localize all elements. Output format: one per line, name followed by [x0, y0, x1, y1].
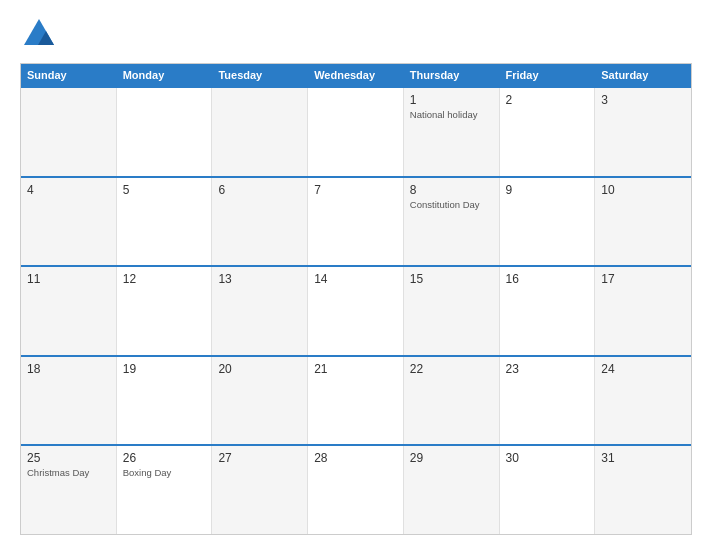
calendar-week-5: 25Christmas Day26Boxing Day2728293031	[21, 444, 691, 534]
day-number: 1	[410, 93, 493, 107]
calendar-cell: 31	[595, 446, 691, 534]
day-number: 11	[27, 272, 110, 286]
calendar-cell: 13	[212, 267, 308, 355]
day-number: 6	[218, 183, 301, 197]
calendar-cell: 25Christmas Day	[21, 446, 117, 534]
day-number: 14	[314, 272, 397, 286]
logo-icon	[20, 15, 58, 53]
day-event: Constitution Day	[410, 199, 493, 210]
calendar-cell: 28	[308, 446, 404, 534]
day-of-week-friday: Friday	[500, 64, 596, 86]
calendar-cell: 11	[21, 267, 117, 355]
calendar-week-4: 18192021222324	[21, 355, 691, 445]
day-number: 27	[218, 451, 301, 465]
day-number: 25	[27, 451, 110, 465]
calendar-cell: 27	[212, 446, 308, 534]
calendar-cell: 5	[117, 178, 213, 266]
day-number: 3	[601, 93, 685, 107]
day-number: 21	[314, 362, 397, 376]
calendar-cell: 1National holiday	[404, 88, 500, 176]
day-number: 9	[506, 183, 589, 197]
day-number: 10	[601, 183, 685, 197]
day-of-week-thursday: Thursday	[404, 64, 500, 86]
day-number: 22	[410, 362, 493, 376]
calendar-cell: 8Constitution Day	[404, 178, 500, 266]
day-number: 15	[410, 272, 493, 286]
calendar-cell	[117, 88, 213, 176]
calendar-week-1: 1National holiday23	[21, 86, 691, 176]
calendar-cell	[308, 88, 404, 176]
calendar-cell: 17	[595, 267, 691, 355]
day-of-week-wednesday: Wednesday	[308, 64, 404, 86]
calendar-cell: 21	[308, 357, 404, 445]
calendar-cell: 15	[404, 267, 500, 355]
calendar-cell: 30	[500, 446, 596, 534]
day-number: 7	[314, 183, 397, 197]
calendar-cell: 22	[404, 357, 500, 445]
calendar-cell	[21, 88, 117, 176]
calendar-cell: 24	[595, 357, 691, 445]
calendar-cell: 10	[595, 178, 691, 266]
day-number: 20	[218, 362, 301, 376]
calendar: SundayMondayTuesdayWednesdayThursdayFrid…	[20, 63, 692, 535]
calendar-cell: 18	[21, 357, 117, 445]
day-event: Christmas Day	[27, 467, 110, 478]
calendar-week-3: 11121314151617	[21, 265, 691, 355]
logo	[20, 15, 65, 53]
day-number: 17	[601, 272, 685, 286]
calendar-cell: 16	[500, 267, 596, 355]
day-of-week-monday: Monday	[117, 64, 213, 86]
calendar-cell: 26Boxing Day	[117, 446, 213, 534]
day-number: 12	[123, 272, 206, 286]
calendar-cell: 2	[500, 88, 596, 176]
day-of-week-sunday: Sunday	[21, 64, 117, 86]
day-number: 29	[410, 451, 493, 465]
day-of-week-tuesday: Tuesday	[212, 64, 308, 86]
day-number: 5	[123, 183, 206, 197]
calendar-body: 1National holiday2345678Constitution Day…	[21, 86, 691, 534]
day-number: 13	[218, 272, 301, 286]
day-event: Boxing Day	[123, 467, 206, 478]
calendar-header: SundayMondayTuesdayWednesdayThursdayFrid…	[21, 64, 691, 86]
day-number: 8	[410, 183, 493, 197]
calendar-cell: 29	[404, 446, 500, 534]
day-number: 16	[506, 272, 589, 286]
day-number: 4	[27, 183, 110, 197]
day-number: 31	[601, 451, 685, 465]
calendar-cell: 12	[117, 267, 213, 355]
calendar-cell: 20	[212, 357, 308, 445]
calendar-cell: 14	[308, 267, 404, 355]
day-number: 19	[123, 362, 206, 376]
day-number: 28	[314, 451, 397, 465]
day-number: 24	[601, 362, 685, 376]
calendar-cell: 7	[308, 178, 404, 266]
day-of-week-saturday: Saturday	[595, 64, 691, 86]
calendar-week-2: 45678Constitution Day910	[21, 176, 691, 266]
day-number: 2	[506, 93, 589, 107]
day-event: National holiday	[410, 109, 493, 120]
day-number: 30	[506, 451, 589, 465]
day-number: 23	[506, 362, 589, 376]
calendar-cell: 4	[21, 178, 117, 266]
calendar-cell: 23	[500, 357, 596, 445]
calendar-cell: 6	[212, 178, 308, 266]
day-number: 18	[27, 362, 110, 376]
calendar-cell: 3	[595, 88, 691, 176]
calendar-cell: 19	[117, 357, 213, 445]
calendar-cell: 9	[500, 178, 596, 266]
day-number: 26	[123, 451, 206, 465]
page-header	[20, 15, 692, 53]
calendar-cell	[212, 88, 308, 176]
